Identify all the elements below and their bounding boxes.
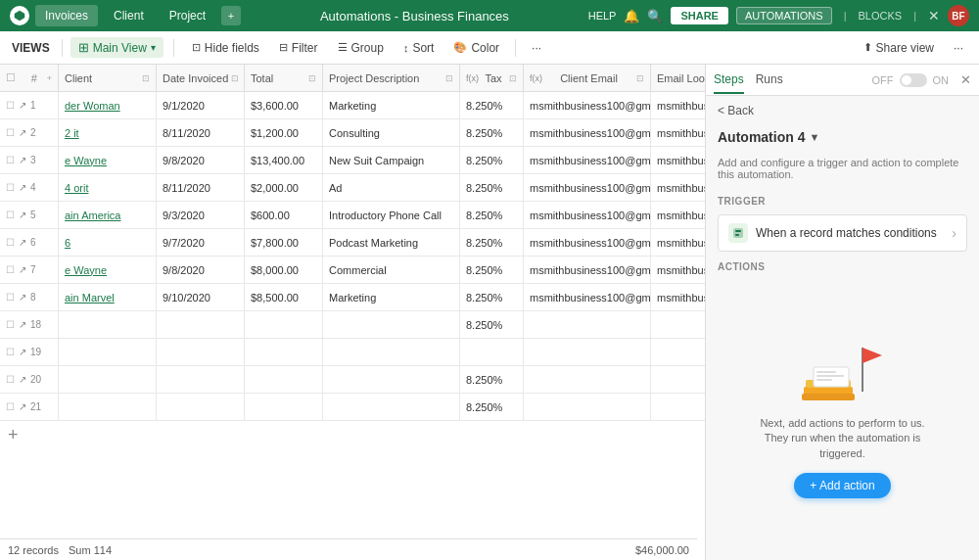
email-cell[interactable] <box>524 366 651 393</box>
back-link[interactable]: < Back <box>706 96 979 125</box>
client-cell[interactable] <box>59 311 157 338</box>
total-cell[interactable]: $600.00 <box>245 202 323 228</box>
filter-button[interactable]: ⊟ Filter <box>271 38 326 58</box>
sort-button[interactable]: ↕ Sort <box>396 38 443 58</box>
row-checkbox[interactable]: ☐ <box>6 127 15 138</box>
row-checkbox[interactable]: ☐ <box>6 319 15 330</box>
row-expand-icon[interactable]: ↗ <box>19 127 26 138</box>
row-checkbox[interactable]: ☐ <box>6 182 15 193</box>
client-name[interactable]: der Woman <box>65 100 120 112</box>
col-sort-icon2[interactable]: ⊡ <box>231 73 239 83</box>
total-cell[interactable]: $1,200.00 <box>245 119 323 146</box>
date-cell[interactable]: 8/11/2020 <box>157 174 245 201</box>
date-cell[interactable]: 8/11/2020 <box>157 119 245 146</box>
date-cell[interactable] <box>157 311 245 338</box>
row-checkbox[interactable]: ☐ <box>6 264 15 275</box>
add-tab-button[interactable]: + <box>221 6 241 25</box>
project-cell[interactable]: Consulting <box>323 119 460 146</box>
client-name[interactable]: e Wayne <box>65 155 107 166</box>
tax-cell[interactable] <box>460 339 524 365</box>
row-expand-icon[interactable]: ↗ <box>19 319 26 330</box>
table-row[interactable]: ☐↗208.250%Open <box>0 366 705 394</box>
lookup-cell[interactable] <box>651 366 705 393</box>
total-cell[interactable]: $8,500.00 <box>245 284 323 310</box>
client-name[interactable]: 6 <box>65 237 70 249</box>
table-row[interactable]: ☐↗22 it8/11/2020$1,200.00Consulting8.250… <box>0 119 705 147</box>
project-cell[interactable]: Introductory Phone Call <box>323 202 460 228</box>
client-name[interactable]: ain Marvel <box>65 292 115 303</box>
client-cell[interactable]: e Wayne <box>59 257 157 283</box>
panel-tab-runs[interactable]: Runs <box>756 67 783 94</box>
help-button[interactable]: HELP <box>588 10 617 22</box>
row-checkbox[interactable]: ☐ <box>6 237 15 248</box>
tax-cell[interactable]: 8.250% <box>460 174 524 201</box>
tax-cell[interactable]: 8.250% <box>460 202 524 228</box>
client-name[interactable]: ain America <box>65 210 120 221</box>
tab-invoices[interactable]: Invoices <box>35 5 98 26</box>
client-cell[interactable]: e Wayne <box>59 147 157 173</box>
date-cell[interactable] <box>157 394 245 420</box>
row-checkbox[interactable]: ☐ <box>6 292 15 303</box>
automation-toggle[interactable] <box>900 73 927 87</box>
search-icon[interactable]: 🔍 <box>647 9 663 23</box>
total-cell[interactable]: $3,600.00 <box>245 92 323 118</box>
email-cell[interactable]: msmithbusiness100@gmail... <box>524 92 651 118</box>
add-row-button[interactable]: + <box>0 421 705 449</box>
email-cell[interactable] <box>524 311 651 338</box>
add-action-button[interactable]: + Add action <box>794 473 890 498</box>
total-cell[interactable]: $2,000.00 <box>245 174 323 201</box>
client-name[interactable]: e Wayne <box>65 264 107 276</box>
project-cell[interactable] <box>323 366 460 393</box>
row-expand-icon[interactable]: ↗ <box>19 401 26 412</box>
checkbox-all[interactable]: ☐ <box>6 71 16 84</box>
lookup-cell[interactable]: msmithbusiness100@... <box>651 202 705 228</box>
lookup-cell[interactable]: msmithbusiness100@... <box>651 229 705 256</box>
lookup-cell[interactable] <box>651 394 705 420</box>
main-view-button[interactable]: ⊞ Main View ▾ <box>70 37 163 58</box>
col-expand-icon[interactable]: + <box>47 73 52 83</box>
client-cell[interactable]: ain America <box>59 202 157 228</box>
row-checkbox[interactable]: ☐ <box>6 401 15 412</box>
date-cell[interactable]: 9/1/2020 <box>157 92 245 118</box>
row-expand-icon[interactable]: ↗ <box>19 100 26 111</box>
more-options-button[interactable]: ··· <box>524 38 549 58</box>
client-cell[interactable]: 4 orit <box>59 174 157 201</box>
project-cell[interactable]: Marketing <box>323 284 460 310</box>
project-cell[interactable] <box>323 311 460 338</box>
lookup-cell[interactable]: msmithbusiness100@... <box>651 147 705 173</box>
tax-cell[interactable]: 8.250% <box>460 119 524 146</box>
total-cell[interactable]: $7,800.00 <box>245 229 323 256</box>
lookup-cell[interactable]: msmithbusiness100@... <box>651 284 705 310</box>
total-cell[interactable]: $8,000.00 <box>245 257 323 283</box>
total-cell[interactable] <box>245 394 323 420</box>
automation-title[interactable]: Automation 4 ▼ <box>718 129 819 145</box>
row-checkbox[interactable]: ☐ <box>6 210 15 220</box>
blocks-button[interactable]: BLOCKS <box>858 10 902 22</box>
lookup-cell[interactable]: msmithbusiness100@... <box>651 257 705 283</box>
tab-project[interactable]: Project <box>160 5 215 26</box>
total-cell[interactable] <box>245 339 323 365</box>
col-sort-icon3[interactable]: ⊡ <box>308 73 316 83</box>
hide-fields-button[interactable]: ⊡ Hide fields <box>184 38 267 58</box>
project-cell[interactable] <box>323 394 460 420</box>
tax-cell[interactable]: 8.250% <box>460 92 524 118</box>
more-button[interactable]: ··· <box>946 38 971 58</box>
panel-tab-steps[interactable]: Steps <box>714 67 744 94</box>
lookup-cell[interactable]: msmithbusiness100@... <box>651 174 705 201</box>
email-cell[interactable]: msmithbusiness100@gmail... <box>524 119 651 146</box>
row-expand-icon[interactable]: ↗ <box>19 155 26 165</box>
tax-cell[interactable]: 8.250% <box>460 147 524 173</box>
color-button[interactable]: 🎨 Color <box>445 38 507 58</box>
email-cell[interactable] <box>524 339 651 365</box>
table-row[interactable]: ☐↗669/7/2020$7,800.00Podcast Marketing8.… <box>0 229 705 257</box>
email-cell[interactable]: msmithbusiness100@gmail... <box>524 229 651 256</box>
table-row[interactable]: ☐↗44 orit8/11/2020$2,000.00Ad8.250%msmit… <box>0 174 705 202</box>
table-row[interactable]: ☐↗7e Wayne9/8/2020$8,000.00Commercial8.2… <box>0 257 705 284</box>
email-cell[interactable]: msmithbusiness100@gmail... <box>524 284 651 310</box>
client-cell[interactable] <box>59 394 157 420</box>
client-cell[interactable]: 2 it <box>59 119 157 146</box>
row-checkbox[interactable]: ☐ <box>6 347 15 357</box>
client-name[interactable]: 2 it <box>65 127 79 139</box>
col-sort-icon6[interactable]: ⊡ <box>636 73 644 83</box>
total-cell[interactable] <box>245 311 323 338</box>
